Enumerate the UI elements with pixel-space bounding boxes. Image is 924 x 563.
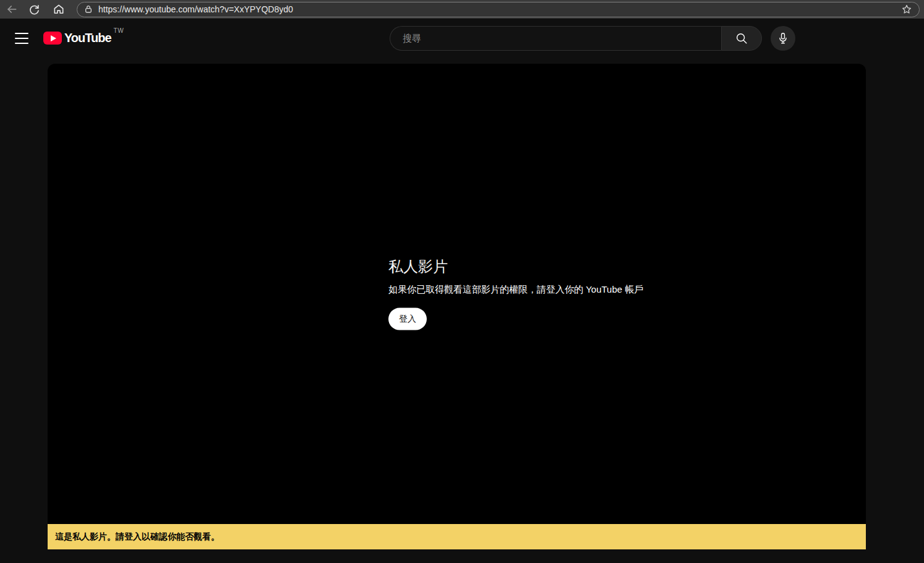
- private-video-title: 私人影片: [388, 258, 643, 276]
- play-button-icon: [43, 32, 62, 45]
- back-icon[interactable]: [2, 0, 21, 19]
- voice-search-button[interactable]: [771, 26, 795, 51]
- search-icon: [735, 32, 748, 45]
- private-video-message: 私人影片 如果你已取得觀看這部影片的權限，請登入你的 YouTube 帳戶 登入: [388, 258, 643, 330]
- video-player: 私人影片 如果你已取得觀看這部影片的權限，請登入你的 YouTube 帳戶 登入: [48, 64, 866, 524]
- youtube-header: YouTube TW 搜尋: [0, 19, 924, 58]
- home-icon[interactable]: [49, 0, 68, 19]
- banner-text: 這是私人影片。請登入以確認你能否觀看。: [55, 531, 220, 543]
- search-bar: 搜尋: [390, 26, 762, 51]
- url-text[interactable]: https://www.youtube.com/watch?v=XxYPYQD8…: [98, 4, 899, 14]
- search-placeholder: 搜尋: [403, 33, 421, 45]
- refresh-icon[interactable]: [25, 0, 43, 19]
- search-button[interactable]: [721, 26, 762, 51]
- private-video-subtitle: 如果你已取得觀看這部影片的權限，請登入你的 YouTube 帳戶: [388, 283, 643, 295]
- page: YouTube TW 搜尋: [0, 19, 924, 563]
- bookmark-star-icon[interactable]: [899, 2, 914, 17]
- search-input[interactable]: 搜尋: [390, 26, 721, 51]
- url-bar[interactable]: https://www.youtube.com/watch?v=XxYPYQD8…: [77, 2, 920, 17]
- microphone-icon: [776, 32, 790, 45]
- logo-wordmark: YouTube: [64, 32, 111, 45]
- region-badge: TW: [114, 27, 124, 34]
- browser-toolbar: https://www.youtube.com/watch?v=XxYPYQD8…: [0, 0, 924, 19]
- signin-button[interactable]: 登入: [388, 307, 427, 330]
- youtube-logo[interactable]: YouTube TW: [43, 32, 124, 45]
- lock-icon: [83, 4, 93, 14]
- private-video-banner: 這是私人影片。請登入以確認你能否觀看。: [48, 524, 866, 549]
- menu-icon[interactable]: [15, 33, 28, 44]
